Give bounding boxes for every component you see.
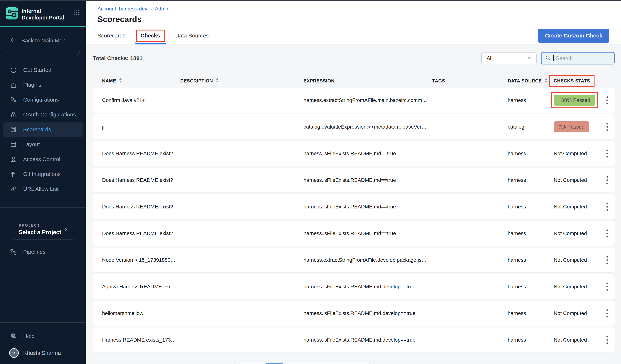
tab-scorecards[interactable]: Scorecards (98, 27, 125, 44)
sidebar-item-label: URL Allow List (23, 186, 58, 192)
table-row[interactable]: Does Harness README exist?harness.isFile… (93, 141, 615, 166)
table-row[interactable]: jicatalog.evaluateExpression.<+metadata.… (93, 114, 615, 139)
sidebar-item-oauth-configurations[interactable]: OAuth Configurations (3, 107, 83, 122)
row-menu-kebab-icon[interactable] (600, 122, 615, 132)
check-expression: harness.isFileExists.README.md==true (304, 204, 432, 210)
check-stats-cell: Not Computed (554, 284, 600, 290)
breadcrumb: Account: harness-dev › Admin (98, 6, 621, 12)
arrow-left-icon (9, 36, 17, 45)
table-row[interactable]: hellomarshmellowharness.isFileExists.REA… (93, 301, 615, 326)
table-row[interactable]: Confirm Java v21+harness.extractStringFr… (93, 88, 615, 112)
check-data-source: harness (508, 310, 554, 316)
table-row[interactable]: Agniva Harness README exists...harness.i… (93, 274, 615, 299)
stats-text: Not Computed (554, 284, 587, 289)
column-header-name[interactable]: NAME (102, 78, 180, 84)
text-caret (553, 55, 554, 61)
row-menu-kebab-icon[interactable] (600, 175, 615, 185)
tabs-container: ScorecardsChecksData Sources (98, 27, 219, 44)
row-menu-kebab-icon[interactable] (600, 308, 615, 318)
row-menu-kebab-icon[interactable] (600, 95, 615, 105)
main-area: Account: harness-dev › Admin Scorecards … (86, 1, 621, 364)
stats-badge: 100% Passed (554, 95, 595, 106)
row-menu-kebab-icon[interactable] (600, 228, 615, 238)
tab-bar: ScorecardsChecksData Sources Create Cust… (86, 27, 621, 45)
toolbar: Total Checks: 1891 All (93, 52, 615, 65)
row-menu-kebab-icon[interactable] (600, 335, 615, 345)
sidebar-item-get-started[interactable]: Get Started (3, 63, 83, 78)
table-row[interactable]: Node Version > 15_1739188021...harness.e… (93, 248, 615, 272)
help-chat-icon: ? (9, 332, 18, 340)
table-row[interactable]: Does Harness README exist?harness.isFile… (93, 168, 615, 192)
sidebar-item-scorecards[interactable]: Scorecards (3, 122, 83, 137)
column-header-checks-stats: CHECKS STATS (554, 78, 615, 84)
column-header-data-source[interactable]: DATA SOURCE (508, 78, 554, 84)
sidebar-item-git-integrations[interactable]: Git Integrations (3, 167, 83, 182)
annotation-box: CHECKS STATS (549, 75, 595, 87)
table-row[interactable]: Does Harness README exist?harness.isFile… (93, 221, 615, 246)
breadcrumb-separator-icon: › (150, 6, 152, 12)
check-data-source: harness (508, 151, 554, 157)
filter-dropdown-value: All (486, 55, 492, 61)
app-grid-icon[interactable] (74, 10, 80, 17)
annotation-box: Checks (136, 30, 165, 42)
back-to-main-menu[interactable]: Back to Main Menu (9, 36, 86, 45)
search-input[interactable] (556, 55, 611, 61)
check-data-source: harness (508, 337, 554, 343)
table-row[interactable]: Harness README exists_173917...harness.i… (93, 328, 615, 352)
check-name: Does Harness README exist? (102, 177, 180, 183)
check-expression: harness.isFileExists.README.md.develop==… (304, 337, 432, 343)
check-data-source: harness (508, 231, 554, 236)
tab-label: Data Sources (175, 32, 208, 39)
sidebar-item-pipelines[interactable]: Pipelines (3, 245, 83, 259)
breadcrumb-admin-link[interactable]: Admin (155, 6, 169, 12)
sidebar-item-plugins[interactable]: Plugins (3, 78, 83, 92)
table-row[interactable]: Does Harness README exist?harness.isFile… (93, 194, 615, 219)
stats-text: Not Computed (554, 310, 587, 316)
sidebar-item-url-allow-list[interactable]: URL Allow List (3, 182, 83, 196)
check-stats-cell: Not Computed (554, 151, 600, 157)
check-stats-cell: Not Computed (554, 231, 600, 236)
app: Internal Developer Portal Back to Main M… (0, 1, 621, 364)
check-data-source: catalog (508, 124, 554, 130)
sidebar-item-access-control[interactable]: Access Control (3, 152, 83, 167)
page-header: Account: harness-dev › Admin Scorecards (86, 1, 621, 27)
row-menu-kebab-icon[interactable] (600, 255, 615, 265)
stats-text: Not Computed (554, 177, 587, 183)
filter-dropdown[interactable]: All (481, 52, 536, 64)
svg-text:?: ? (12, 334, 14, 337)
row-menu-kebab-icon[interactable] (600, 282, 615, 292)
sort-icon[interactable] (544, 78, 548, 84)
table-body: Confirm Java v21+harness.extractStringFr… (93, 88, 615, 352)
sort-icon[interactable] (215, 78, 219, 84)
stats-text: Not Computed (554, 337, 587, 343)
pipelines-icon (9, 248, 18, 256)
project-selector[interactable]: PROJECT Select a Project (12, 220, 74, 239)
pagination (238, 363, 371, 364)
check-expression: harness.extractStringFromAFile.main.baze… (304, 97, 432, 103)
table-header: NAMEDESCRIPTIONEXPRESSIONTAGSDATA SOURCE… (93, 75, 615, 86)
stats-text: Not Computed (554, 231, 587, 236)
user-menu[interactable]: KS Khushi Sharma (9, 348, 86, 358)
create-custom-check-button[interactable]: Create Custom Check (538, 29, 609, 43)
breadcrumb-account-link[interactable]: Account: harness-dev (98, 6, 147, 12)
check-data-source: harness (508, 177, 554, 183)
sidebar-item-configurations[interactable]: Configurations (3, 92, 83, 107)
check-data-source: harness (508, 97, 554, 103)
tab-checks[interactable]: Checks (136, 27, 165, 44)
sidebar-item-layout[interactable]: Layout (3, 137, 83, 152)
row-menu-kebab-icon[interactable] (600, 149, 615, 158)
sidebar-item-label: Pipelines (23, 249, 46, 255)
tab-data-sources[interactable]: Data Sources (175, 27, 208, 44)
sidebar-item-label: Scorecards (23, 126, 51, 133)
sidebar-divider (0, 207, 86, 207)
sidebar-item-help[interactable]: ? Help (3, 329, 83, 343)
column-header-description[interactable]: DESCRIPTION (180, 78, 304, 84)
sort-icon[interactable] (119, 78, 122, 84)
check-expression: catalog.evaluateExpression.<+metadata.re… (304, 124, 432, 130)
check-stats-cell: Not Computed (554, 310, 600, 316)
git-integrations-icon (9, 170, 18, 178)
plugins-icon (9, 81, 18, 89)
column-header-label: DATA SOURCE (508, 78, 542, 84)
row-menu-kebab-icon[interactable] (600, 202, 615, 212)
sidebar: Internal Developer Portal Back to Main M… (0, 1, 86, 364)
